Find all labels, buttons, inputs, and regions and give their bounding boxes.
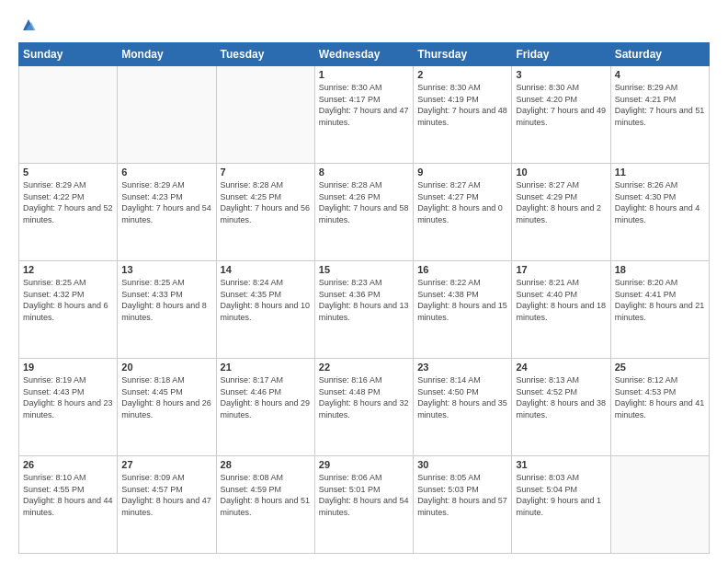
day-info: Sunrise: 8:22 AMSunset: 4:38 PMDaylight:… bbox=[417, 277, 507, 323]
calendar-cell: 13 Sunrise: 8:25 AMSunset: 4:33 PMDaylig… bbox=[118, 261, 216, 359]
day-info: Sunrise: 8:30 AMSunset: 4:20 PMDaylight:… bbox=[516, 82, 606, 128]
calendar-cell: 21 Sunrise: 8:17 AMSunset: 4:46 PMDaylig… bbox=[216, 359, 314, 456]
day-info: Sunrise: 8:28 AMSunset: 4:26 PMDaylight:… bbox=[319, 179, 409, 225]
calendar-week-2: 5 Sunrise: 8:29 AMSunset: 4:22 PMDayligh… bbox=[19, 164, 710, 261]
calendar-cell: 5 Sunrise: 8:29 AMSunset: 4:22 PMDayligh… bbox=[19, 164, 118, 261]
day-info: Sunrise: 8:05 AMSunset: 5:03 PMDaylight:… bbox=[417, 472, 507, 518]
logo bbox=[18, 15, 37, 33]
day-number: 18 bbox=[615, 264, 705, 275]
calendar-cell: 12 Sunrise: 8:25 AMSunset: 4:32 PMDaylig… bbox=[19, 261, 118, 359]
calendar-cell: 10 Sunrise: 8:27 AMSunset: 4:29 PMDaylig… bbox=[512, 164, 610, 261]
day-number: 7 bbox=[221, 167, 311, 178]
day-number: 8 bbox=[319, 167, 409, 178]
day-number: 31 bbox=[516, 459, 606, 470]
day-number: 19 bbox=[23, 362, 113, 373]
day-info: Sunrise: 8:09 AMSunset: 4:57 PMDaylight:… bbox=[121, 472, 211, 518]
day-number: 4 bbox=[615, 69, 705, 80]
day-info: Sunrise: 8:20 AMSunset: 4:41 PMDaylight:… bbox=[615, 277, 705, 323]
calendar-cell: 17 Sunrise: 8:21 AMSunset: 4:40 PMDaylig… bbox=[512, 261, 610, 359]
calendar-cell: 28 Sunrise: 8:08 AMSunset: 4:59 PMDaylig… bbox=[216, 456, 314, 554]
day-info: Sunrise: 8:08 AMSunset: 4:59 PMDaylight:… bbox=[221, 472, 311, 518]
day-number: 30 bbox=[417, 459, 507, 470]
calendar-cell: 2 Sunrise: 8:30 AMSunset: 4:19 PMDayligh… bbox=[414, 66, 512, 164]
calendar-cell bbox=[118, 66, 216, 164]
day-info: Sunrise: 8:19 AMSunset: 4:43 PMDaylight:… bbox=[23, 374, 113, 420]
day-info: Sunrise: 8:25 AMSunset: 4:32 PMDaylight:… bbox=[23, 277, 113, 323]
calendar-cell: 26 Sunrise: 8:10 AMSunset: 4:55 PMDaylig… bbox=[19, 456, 118, 554]
day-info: Sunrise: 8:21 AMSunset: 4:40 PMDaylight:… bbox=[516, 277, 606, 323]
calendar-table: SundayMondayTuesdayWednesdayThursdayFrid… bbox=[18, 42, 710, 554]
weekday-header-wednesday: Wednesday bbox=[314, 43, 413, 66]
calendar-cell: 19 Sunrise: 8:19 AMSunset: 4:43 PMDaylig… bbox=[19, 359, 118, 456]
day-number: 9 bbox=[417, 167, 507, 178]
day-info: Sunrise: 8:12 AMSunset: 4:53 PMDaylight:… bbox=[615, 374, 705, 420]
day-info: Sunrise: 8:03 AMSunset: 5:04 PMDaylight:… bbox=[516, 472, 606, 518]
weekday-header-sunday: Sunday bbox=[19, 43, 118, 66]
calendar-cell: 11 Sunrise: 8:26 AMSunset: 4:30 PMDaylig… bbox=[610, 164, 709, 261]
calendar-cell: 25 Sunrise: 8:12 AMSunset: 4:53 PMDaylig… bbox=[610, 359, 709, 456]
calendar-cell: 15 Sunrise: 8:23 AMSunset: 4:36 PMDaylig… bbox=[314, 261, 413, 359]
header bbox=[18, 15, 710, 33]
page: SundayMondayTuesdayWednesdayThursdayFrid… bbox=[0, 0, 728, 563]
calendar-cell: 16 Sunrise: 8:22 AMSunset: 4:38 PMDaylig… bbox=[414, 261, 512, 359]
calendar-cell: 22 Sunrise: 8:16 AMSunset: 4:48 PMDaylig… bbox=[314, 359, 413, 456]
day-number: 16 bbox=[417, 264, 507, 275]
weekday-header-friday: Friday bbox=[512, 43, 610, 66]
day-number: 28 bbox=[221, 459, 311, 470]
day-number: 2 bbox=[417, 69, 507, 80]
day-info: Sunrise: 8:06 AMSunset: 5:01 PMDaylight:… bbox=[319, 472, 409, 518]
calendar-cell: 1 Sunrise: 8:30 AMSunset: 4:17 PMDayligh… bbox=[314, 66, 413, 164]
day-number: 24 bbox=[516, 362, 606, 373]
day-number: 20 bbox=[121, 362, 211, 373]
weekday-header-tuesday: Tuesday bbox=[216, 43, 314, 66]
day-info: Sunrise: 8:30 AMSunset: 4:17 PMDaylight:… bbox=[319, 82, 409, 128]
day-info: Sunrise: 8:30 AMSunset: 4:19 PMDaylight:… bbox=[417, 82, 507, 128]
calendar-cell: 8 Sunrise: 8:28 AMSunset: 4:26 PMDayligh… bbox=[314, 164, 413, 261]
calendar-cell bbox=[216, 66, 314, 164]
weekday-header-thursday: Thursday bbox=[414, 43, 512, 66]
day-number: 15 bbox=[319, 264, 409, 275]
calendar-week-4: 19 Sunrise: 8:19 AMSunset: 4:43 PMDaylig… bbox=[19, 359, 710, 456]
day-info: Sunrise: 8:23 AMSunset: 4:36 PMDaylight:… bbox=[319, 277, 409, 323]
day-info: Sunrise: 8:29 AMSunset: 4:21 PMDaylight:… bbox=[615, 82, 705, 128]
calendar-cell: 9 Sunrise: 8:27 AMSunset: 4:27 PMDayligh… bbox=[414, 164, 512, 261]
day-info: Sunrise: 8:28 AMSunset: 4:25 PMDaylight:… bbox=[221, 179, 311, 225]
calendar-cell bbox=[610, 456, 709, 554]
calendar-cell: 3 Sunrise: 8:30 AMSunset: 4:20 PMDayligh… bbox=[512, 66, 610, 164]
day-info: Sunrise: 8:27 AMSunset: 4:27 PMDaylight:… bbox=[417, 179, 507, 225]
day-number: 23 bbox=[417, 362, 507, 373]
day-info: Sunrise: 8:29 AMSunset: 4:22 PMDaylight:… bbox=[23, 179, 113, 225]
logo-icon bbox=[20, 17, 37, 33]
day-number: 22 bbox=[319, 362, 409, 373]
day-number: 11 bbox=[615, 167, 705, 178]
day-info: Sunrise: 8:29 AMSunset: 4:23 PMDaylight:… bbox=[121, 179, 211, 225]
calendar-cell: 6 Sunrise: 8:29 AMSunset: 4:23 PMDayligh… bbox=[118, 164, 216, 261]
day-number: 6 bbox=[121, 167, 211, 178]
day-number: 13 bbox=[121, 264, 211, 275]
day-info: Sunrise: 8:17 AMSunset: 4:46 PMDaylight:… bbox=[221, 374, 311, 420]
day-info: Sunrise: 8:27 AMSunset: 4:29 PMDaylight:… bbox=[516, 179, 606, 225]
calendar-cell: 14 Sunrise: 8:24 AMSunset: 4:35 PMDaylig… bbox=[216, 261, 314, 359]
day-number: 12 bbox=[23, 264, 113, 275]
calendar-cell: 24 Sunrise: 8:13 AMSunset: 4:52 PMDaylig… bbox=[512, 359, 610, 456]
day-number: 1 bbox=[319, 69, 409, 80]
day-info: Sunrise: 8:13 AMSunset: 4:52 PMDaylight:… bbox=[516, 374, 606, 420]
day-number: 17 bbox=[516, 264, 606, 275]
calendar-header-row: SundayMondayTuesdayWednesdayThursdayFrid… bbox=[19, 43, 710, 66]
day-number: 26 bbox=[23, 459, 113, 470]
day-number: 25 bbox=[615, 362, 705, 373]
calendar-week-3: 12 Sunrise: 8:25 AMSunset: 4:32 PMDaylig… bbox=[19, 261, 710, 359]
calendar-cell: 7 Sunrise: 8:28 AMSunset: 4:25 PMDayligh… bbox=[216, 164, 314, 261]
day-info: Sunrise: 8:10 AMSunset: 4:55 PMDaylight:… bbox=[23, 472, 113, 518]
day-number: 21 bbox=[221, 362, 311, 373]
calendar-week-5: 26 Sunrise: 8:10 AMSunset: 4:55 PMDaylig… bbox=[19, 456, 710, 554]
calendar-cell: 18 Sunrise: 8:20 AMSunset: 4:41 PMDaylig… bbox=[610, 261, 709, 359]
day-number: 14 bbox=[221, 264, 311, 275]
calendar-cell: 23 Sunrise: 8:14 AMSunset: 4:50 PMDaylig… bbox=[414, 359, 512, 456]
weekday-header-monday: Monday bbox=[118, 43, 216, 66]
calendar-cell: 20 Sunrise: 8:18 AMSunset: 4:45 PMDaylig… bbox=[118, 359, 216, 456]
calendar-cell: 30 Sunrise: 8:05 AMSunset: 5:03 PMDaylig… bbox=[414, 456, 512, 554]
calendar-cell: 4 Sunrise: 8:29 AMSunset: 4:21 PMDayligh… bbox=[610, 66, 709, 164]
day-info: Sunrise: 8:14 AMSunset: 4:50 PMDaylight:… bbox=[417, 374, 507, 420]
calendar-cell bbox=[19, 66, 118, 164]
